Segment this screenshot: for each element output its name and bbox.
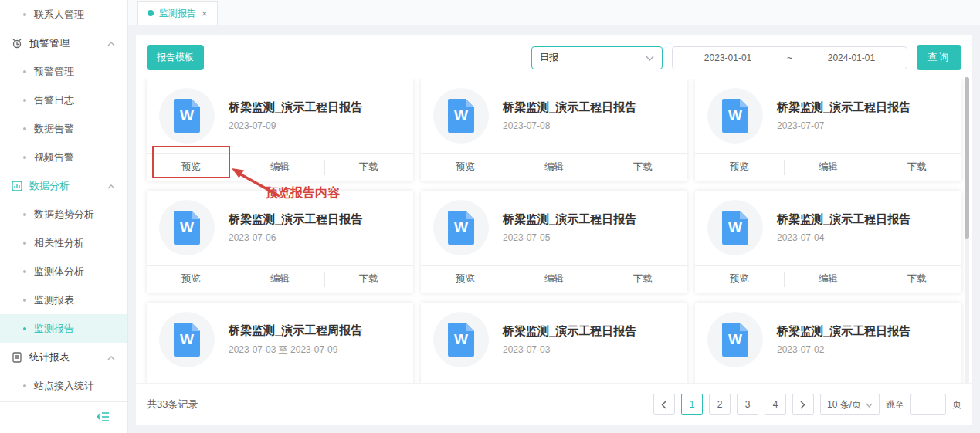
query-button[interactable]: 查询 bbox=[917, 45, 961, 70]
download-button[interactable]: 下载 bbox=[324, 154, 413, 181]
download-button[interactable]: 下载 bbox=[599, 266, 687, 293]
bullet-icon bbox=[23, 70, 26, 73]
sidebar-item-correlation-analysis[interactable]: 相关性分析 bbox=[0, 228, 127, 257]
preview-button[interactable]: 预览 bbox=[421, 377, 510, 383]
edit-button[interactable]: 编辑 bbox=[236, 377, 324, 383]
download-button[interactable]: 下载 bbox=[324, 266, 413, 293]
bullet-icon bbox=[23, 384, 26, 387]
page-button-1[interactable]: 1 bbox=[681, 394, 703, 415]
next-page-button[interactable] bbox=[792, 394, 814, 415]
download-button[interactable]: 下载 bbox=[873, 377, 961, 383]
sidebar-item-video-alarm[interactable]: 视频告警 bbox=[0, 143, 127, 171]
sidebar-item-alarm-log[interactable]: 告警日志 bbox=[0, 86, 127, 114]
edit-button[interactable]: 编辑 bbox=[784, 377, 873, 383]
scrollbar-thumb[interactable] bbox=[965, 77, 969, 239]
sidebar-item-monitoring-body-analysis[interactable]: 监测体分析 bbox=[0, 257, 127, 286]
prev-page-button[interactable] bbox=[653, 394, 675, 415]
chart-icon bbox=[11, 180, 23, 192]
word-doc-icon: W bbox=[707, 88, 763, 144]
report-type-select[interactable]: 日报 bbox=[531, 46, 663, 69]
report-date: 2023-07-03 bbox=[503, 344, 636, 355]
preview-button[interactable]: 预览 bbox=[147, 377, 236, 383]
jump-page-input[interactable] bbox=[910, 394, 946, 415]
report-card: W 桥梁监测_演示工程日报告 2023-07-07 预览 编辑 下载 bbox=[695, 79, 961, 181]
content-area: 报告模板 日报 2023-01-01 ~ 2024-01-01 bbox=[128, 25, 980, 433]
sidebar-item-data-alarm[interactable]: 数据告警 bbox=[0, 114, 127, 143]
word-doc-icon: W bbox=[707, 200, 763, 255]
pagination-bar: 共33条记录 1 2 3 4 10 条/页 bbox=[136, 383, 972, 425]
report-date: 2023-07-06 bbox=[229, 232, 362, 243]
bullet-icon bbox=[23, 99, 26, 102]
report-date: 2023-07-04 bbox=[777, 232, 910, 243]
report-template-button[interactable]: 报告模板 bbox=[147, 45, 204, 70]
sidebar-group-warning-management[interactable]: 预警管理 bbox=[0, 29, 127, 57]
collapse-sidebar-icon[interactable] bbox=[97, 411, 110, 425]
sidebar-item-site-access-stats[interactable]: 站点接入统计 bbox=[0, 371, 127, 400]
word-doc-icon: W bbox=[433, 88, 489, 144]
tab-label: 监测报告 bbox=[159, 7, 196, 20]
toolbar: 报告模板 日报 2023-01-01 ~ 2024-01-01 bbox=[136, 35, 972, 79]
report-title: 桥梁监测_演示工程日报告 bbox=[777, 212, 910, 227]
preview-button[interactable]: 预览 bbox=[695, 266, 784, 293]
edit-button[interactable]: 编辑 bbox=[510, 266, 599, 293]
page-size-select[interactable]: 10 条/页 bbox=[820, 394, 880, 415]
report-title: 桥梁监测_演示工程日报告 bbox=[777, 100, 910, 115]
toolbar-filters: 日报 2023-01-01 ~ 2024-01-01 查询 bbox=[531, 45, 961, 70]
date-range-picker[interactable]: 2023-01-01 ~ 2024-01-01 bbox=[672, 46, 907, 69]
preview-button[interactable]: 预览 bbox=[147, 266, 236, 293]
preview-button[interactable]: 预览 bbox=[695, 154, 784, 181]
edit-button[interactable]: 编辑 bbox=[784, 154, 873, 181]
bullet-icon bbox=[23, 13, 26, 16]
download-button[interactable]: 下载 bbox=[599, 377, 687, 383]
tab-close-icon[interactable]: × bbox=[202, 8, 208, 19]
tab-monitoring-report[interactable]: 监测报告 × bbox=[137, 1, 218, 25]
bullet-icon bbox=[23, 242, 26, 245]
sidebar-item-contact-management[interactable]: 联系人管理 bbox=[0, 0, 127, 29]
page-button-3[interactable]: 3 bbox=[737, 394, 758, 415]
download-button[interactable]: 下载 bbox=[324, 377, 413, 383]
chevron-up-icon bbox=[107, 351, 115, 363]
sidebar-item-monitoring-reports[interactable]: 监测报告 bbox=[0, 314, 127, 343]
sidebar-item-monitoring-sheets[interactable]: 监测报表 bbox=[0, 286, 127, 314]
sidebar-group-data-analysis[interactable]: 数据分析 bbox=[0, 171, 127, 200]
page-unit-label: 页 bbox=[952, 398, 961, 411]
sidebar-item-warning-management[interactable]: 预警管理 bbox=[0, 57, 127, 86]
edit-button[interactable]: 编辑 bbox=[510, 154, 599, 181]
report-title: 桥梁监测_演示工程日报告 bbox=[503, 212, 636, 227]
report-date: 2023-07-07 bbox=[777, 120, 910, 131]
word-doc-icon: W bbox=[433, 200, 489, 255]
edit-button[interactable]: 编辑 bbox=[236, 154, 324, 181]
date-start-value: 2023-01-01 bbox=[704, 52, 751, 63]
preview-button[interactable]: 预览 bbox=[421, 266, 510, 293]
tab-bar: 监测报告 × bbox=[128, 0, 980, 25]
date-end-value: 2024-01-01 bbox=[828, 52, 875, 63]
report-date: 2023-07-02 bbox=[777, 344, 910, 355]
report-date: 2023-07-03 至 2023-07-09 bbox=[229, 343, 362, 357]
report-card-grid: W 桥梁监测_演示工程日报告 2023-07-09 预览 编辑 下载 bbox=[147, 79, 961, 383]
edit-button[interactable]: 编辑 bbox=[510, 377, 599, 383]
download-button[interactable]: 下载 bbox=[873, 266, 961, 293]
preview-button[interactable]: 预览 bbox=[147, 154, 236, 181]
report-title: 桥梁监测_演示工程周报告 bbox=[229, 323, 362, 338]
scrollbar-track[interactable] bbox=[965, 77, 969, 390]
edit-button[interactable]: 编辑 bbox=[236, 266, 324, 293]
preview-button[interactable]: 预览 bbox=[695, 377, 784, 383]
sidebar-group-statistics-reports[interactable]: 统计报表 bbox=[0, 343, 127, 371]
date-separator: ~ bbox=[787, 52, 792, 63]
page-button-4[interactable]: 4 bbox=[765, 394, 786, 415]
download-button[interactable]: 下载 bbox=[873, 154, 961, 181]
page-button-2[interactable]: 2 bbox=[709, 394, 731, 415]
report-panel: 报告模板 日报 2023-01-01 ~ 2024-01-01 bbox=[136, 35, 972, 425]
sidebar-item-data-trend-analysis[interactable]: 数据趋势分析 bbox=[0, 200, 127, 228]
preview-button[interactable]: 预览 bbox=[421, 154, 510, 181]
chevron-up-icon bbox=[107, 180, 115, 191]
report-icon bbox=[11, 351, 23, 364]
edit-button[interactable]: 编辑 bbox=[784, 266, 873, 293]
word-doc-icon: W bbox=[159, 200, 215, 255]
download-button[interactable]: 下载 bbox=[599, 154, 687, 181]
total-records-label: 共33条记录 bbox=[147, 397, 198, 411]
alarm-icon bbox=[11, 37, 23, 49]
report-card: W 桥梁监测_演示工程日报告 2023-07-06 预览 编辑 下载 bbox=[147, 191, 413, 293]
report-date: 2023-07-05 bbox=[503, 232, 636, 243]
report-card: W 桥梁监测_演示工程周报告 2023-07-03 至 2023-07-09 预… bbox=[147, 303, 413, 383]
